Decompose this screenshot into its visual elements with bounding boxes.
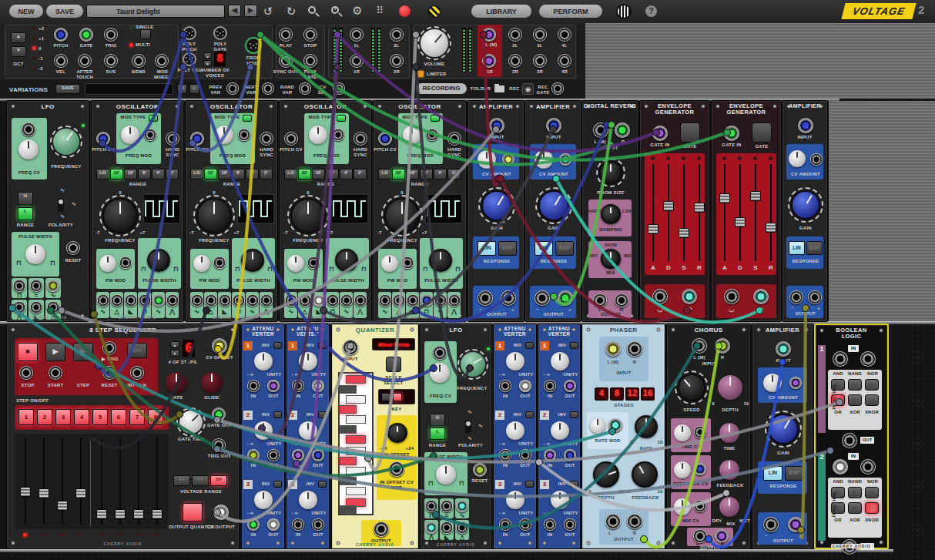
- help-icon[interactable]: ?: [645, 5, 657, 17]
- variation-next-button[interactable]: ▶: [189, 84, 199, 94]
- env-out-jack[interactable]: [682, 289, 697, 304]
- quant-key-g-sharp[interactable]: [340, 405, 357, 414]
- undo-icon[interactable]: ↺: [260, 5, 276, 18]
- osc-modtype-led-button[interactable]: [243, 115, 252, 122]
- chorus-mix-knob[interactable]: [719, 497, 739, 517]
- osc-range-4-button[interactable]: 4': [340, 169, 353, 179]
- env-out-inv-jack[interactable]: [652, 289, 668, 304]
- out-3r-jack[interactable]: [533, 54, 547, 68]
- osc-freqmod-jack[interactable]: [332, 129, 344, 141]
- osc-range-lo-button[interactable]: LO: [190, 169, 203, 179]
- lfo-range-l-button[interactable]: L: [18, 207, 33, 220]
- env-gate-button[interactable]: [680, 122, 700, 143]
- modules-grid-icon[interactable]: ⠿: [372, 5, 387, 16]
- oct-up-button[interactable]: ▲: [11, 32, 26, 43]
- seq-ext-button[interactable]: EXT: [127, 343, 147, 358]
- osc-pw-knob[interactable]: [241, 249, 264, 272]
- phaser-ratemod-knob[interactable]: [590, 418, 605, 434]
- seq-slider-8[interactable]: [152, 438, 163, 525]
- vel-jack[interactable]: [54, 54, 68, 68]
- amp-out-minus-jack[interactable]: [789, 290, 803, 304]
- chorus-feedback-knob[interactable]: [719, 460, 739, 480]
- lfo-polarity-switch[interactable]: [58, 198, 64, 212]
- att-ch2-inv-button[interactable]: [570, 411, 578, 418]
- osc-range-2-button[interactable]: 2': [447, 169, 461, 179]
- quant-key-b[interactable]: [346, 375, 366, 384]
- att-ch2-out-jack[interactable]: [312, 449, 324, 461]
- voices-down-button[interactable]: ▼: [203, 60, 212, 66]
- reverb-mix-knob[interactable]: [601, 249, 621, 269]
- amp-cv-knob[interactable]: [478, 150, 496, 169]
- seq-step-button-6[interactable]: 6: [111, 409, 126, 425]
- amp-cv-jack[interactable]: [559, 153, 571, 166]
- osc-range-16-button[interactable]: 16': [218, 169, 231, 179]
- trig-jack[interactable]: [104, 28, 118, 42]
- lfo-out-tri-jack[interactable]: [456, 521, 468, 534]
- osc-range-32-button[interactable]: 32': [392, 169, 405, 179]
- att-ch1-out-jack[interactable]: [267, 380, 280, 392]
- seq-stop-jack[interactable]: [19, 366, 33, 380]
- reverb-out-l-jack[interactable]: [593, 293, 607, 307]
- input-2l-jack[interactable]: [390, 28, 404, 42]
- seq-start-button[interactable]: ▶: [45, 343, 65, 361]
- env-release-slider[interactable]: [694, 164, 705, 261]
- att-ch1-out-jack[interactable]: [564, 380, 576, 392]
- out-1r-jack[interactable]: [482, 54, 496, 68]
- att-ch3-out-jack[interactable]: [519, 518, 531, 531]
- osc-out-jack-5[interactable]: [152, 294, 165, 307]
- osc-range-2-button[interactable]: 2': [260, 169, 273, 179]
- seq-int-clk-jack[interactable]: [130, 366, 144, 380]
- osc-freqmod-knob[interactable]: [309, 126, 327, 144]
- att-ch2-out-jack[interactable]: [267, 449, 280, 461]
- input-1r-jack[interactable]: [350, 54, 364, 68]
- amp-out-plus-jack[interactable]: [501, 290, 516, 306]
- quant-offset-cv-jack[interactable]: [389, 461, 404, 477]
- osc-freqmod-knob[interactable]: [121, 126, 139, 144]
- att-ch1-out-jack[interactable]: [519, 380, 531, 392]
- lfo-freqcv-knob[interactable]: [18, 139, 39, 159]
- seq-step-button-4[interactable]: 4: [74, 409, 89, 425]
- seq-range-2v-button[interactable]: 2V: [192, 475, 209, 486]
- input-1l-jack[interactable]: [350, 28, 364, 42]
- hazard-icon[interactable]: [428, 5, 441, 18]
- quant-key-c[interactable]: [346, 487, 366, 495]
- osc-range-4-button[interactable]: 4': [152, 169, 165, 179]
- lfo-range-h-button[interactable]: H: [18, 192, 33, 205]
- reverb-in-r-jack[interactable]: [615, 122, 630, 138]
- sus-jack[interactable]: [104, 54, 118, 68]
- quant-key-down-button[interactable]: [381, 393, 390, 401]
- quant-key-a-sharp[interactable]: [340, 385, 357, 394]
- lfo-freqcv-knob[interactable]: [430, 363, 450, 383]
- seq-step-button-5[interactable]: 5: [92, 409, 108, 425]
- pitch-jack[interactable]: [54, 28, 68, 42]
- osc-range-32-button[interactable]: 32': [204, 169, 217, 179]
- seq-rate-knob[interactable]: [166, 372, 187, 394]
- osc-out-jack-5[interactable]: [246, 294, 259, 307]
- quant-key-up-button[interactable]: [393, 393, 402, 401]
- new-button[interactable]: NEW: [9, 5, 43, 18]
- lfo-freqcv-jack[interactable]: [22, 122, 35, 136]
- att-ch3-in-jack[interactable]: [544, 518, 556, 531]
- seq-range-5v-button[interactable]: 5V: [210, 475, 227, 486]
- osc-pwmod-jack[interactable]: [213, 257, 226, 269]
- att-ch2-knob[interactable]: [551, 421, 569, 440]
- lfo-range-h-button[interactable]: H: [430, 414, 445, 426]
- osc-freqmod-jack[interactable]: [144, 129, 156, 141]
- quant-key-g[interactable]: [346, 415, 366, 424]
- osc-pwmod-knob[interactable]: [193, 255, 210, 272]
- bool-nor-button[interactable]: ▷: [865, 487, 879, 498]
- att-ch2-out-jack[interactable]: [519, 449, 531, 461]
- lfo-out-tri-jack[interactable]: [47, 301, 59, 314]
- lfo-out-peak-jack[interactable]: [13, 301, 25, 314]
- osc-freqmod-knob[interactable]: [403, 126, 421, 144]
- osc-out-jack-4[interactable]: [421, 294, 433, 307]
- lfo-out-sine-jack[interactable]: [47, 280, 59, 292]
- out-2r-jack[interactable]: [508, 54, 522, 68]
- chorus-fbcv-jack[interactable]: [694, 463, 706, 475]
- quant-input-jack[interactable]: [343, 340, 358, 355]
- osc-range-8-button[interactable]: 8': [326, 169, 339, 179]
- chorus-mixcv-jack[interactable]: [694, 500, 706, 512]
- amp-cv-jack[interactable]: [810, 153, 823, 166]
- att-ch3-inv-button[interactable]: [570, 481, 578, 488]
- keyboard-icon[interactable]: [616, 4, 632, 19]
